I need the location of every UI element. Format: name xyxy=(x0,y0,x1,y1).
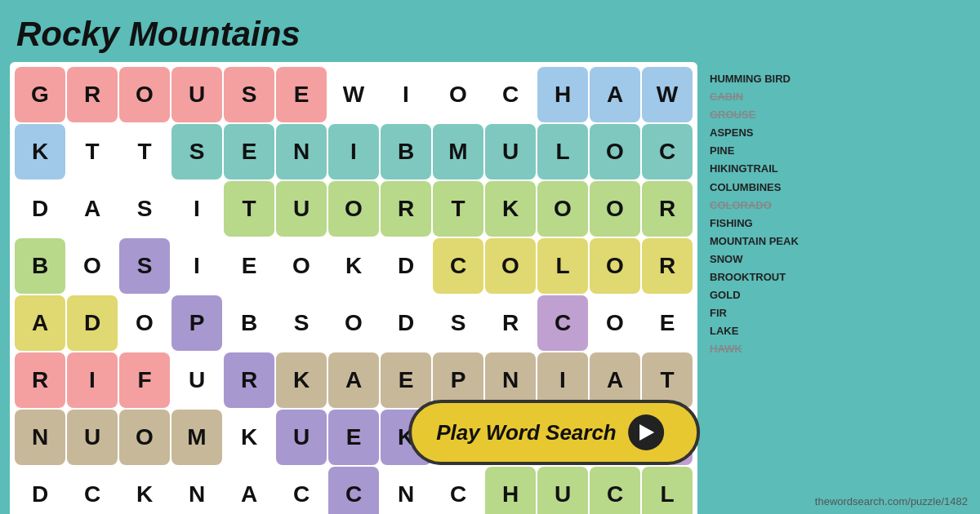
word-list-item: CABIN xyxy=(710,88,816,106)
play-word-search-button[interactable]: Play Word Search xyxy=(408,400,700,465)
word-list-item: HUMMING BIRD xyxy=(710,70,816,88)
cell-r2-c12: O xyxy=(67,238,118,294)
word-list-item: HIKINGTRAIL xyxy=(710,160,816,178)
cell-r0-c3: U xyxy=(172,67,222,122)
cell-r3-c11: D xyxy=(67,295,118,351)
cell-r3-c9: R xyxy=(642,238,693,294)
play-icon xyxy=(628,414,664,450)
play-button-container: Play Word Search xyxy=(408,400,700,465)
cell-r1-c5: I xyxy=(328,124,379,179)
word-list-item: COLUMBINES xyxy=(710,179,816,197)
cell-r0-c10: H xyxy=(537,67,588,122)
cell-r0-c5: E xyxy=(276,67,327,122)
cell-r6-c8: C xyxy=(67,467,118,514)
cell-r4-c9: R xyxy=(15,352,65,408)
cell-r0-c2: O xyxy=(119,67,170,122)
cell-r6-c10: N xyxy=(172,467,222,514)
cell-r0-c6: W xyxy=(328,67,379,122)
cell-r3-c12: O xyxy=(119,295,170,351)
cell-r4-c4: S xyxy=(433,295,483,351)
cell-r1-c3: E xyxy=(224,124,274,179)
cell-r6-c0: E xyxy=(328,410,379,465)
page-title: Rocky Mountains xyxy=(0,0,980,62)
cell-r2-c6: T xyxy=(433,181,483,237)
cell-r0-c8: O xyxy=(433,67,483,122)
cell-r1-c10: O xyxy=(590,124,640,179)
cell-r0-c4: S xyxy=(224,67,274,122)
cell-r2-c1: I xyxy=(172,181,222,237)
cell-r7-c0: N xyxy=(381,467,431,514)
cell-r4-c12: U xyxy=(172,352,222,408)
cell-r4-c2: O xyxy=(328,295,379,351)
cell-r2-c13: S xyxy=(119,238,170,294)
cell-r2-c2: T xyxy=(224,181,274,237)
cell-r6-c12: C xyxy=(276,467,327,514)
cell-r4-c13: R xyxy=(224,352,274,408)
cell-r6-c11: A xyxy=(224,467,274,514)
cell-r5-c10: O xyxy=(119,410,170,465)
cell-r5-c13: U xyxy=(276,410,327,465)
cell-r6-c7: D xyxy=(15,467,65,514)
cell-r2-c8: O xyxy=(537,181,588,237)
cell-r0-c9: C xyxy=(485,67,536,122)
word-list-item: ASPENS xyxy=(710,124,816,142)
cell-r0-c0: G xyxy=(15,67,65,122)
cell-r6-c13: C xyxy=(328,467,379,514)
cell-r1-c12: D xyxy=(15,181,65,237)
cell-r1-c0: T xyxy=(67,124,118,179)
cell-r3-c7: L xyxy=(537,238,588,294)
cell-r4-c10: I xyxy=(67,352,118,408)
cell-r7-c2: H xyxy=(485,467,536,514)
cell-r7-c3: U xyxy=(537,467,588,514)
cell-r6-c9: K xyxy=(119,467,170,514)
word-list-item: PINE xyxy=(710,142,816,160)
cell-r2-c3: U xyxy=(276,181,327,237)
word-list: HUMMING BIRDCABINGROUSEASPENSPINEHIKINGT… xyxy=(706,62,820,514)
cell-r3-c2: O xyxy=(276,238,327,294)
cell-r2-c0: S xyxy=(119,181,170,237)
cell-r1-c9: L xyxy=(537,124,588,179)
word-list-item: COLORADO xyxy=(710,197,816,215)
cell-r1-c1: T xyxy=(119,124,170,179)
cell-r1-c4: N xyxy=(276,124,327,179)
cell-r1-c6: B xyxy=(381,124,431,179)
cell-r5-c12: K xyxy=(224,410,274,465)
cell-r5-c9: U xyxy=(67,410,118,465)
cell-r7-c1: C xyxy=(433,467,483,514)
cell-r2-c10: R xyxy=(642,181,693,237)
cell-r3-c6: O xyxy=(485,238,536,294)
play-triangle-icon xyxy=(639,424,654,441)
cell-r3-c4: D xyxy=(381,238,431,294)
cell-r0-c12: W xyxy=(642,67,693,122)
cell-r1-c8: U xyxy=(485,124,536,179)
cell-r3-c1: E xyxy=(224,238,274,294)
cell-r1-c7: M xyxy=(433,124,483,179)
cell-r7-c4: C xyxy=(590,467,640,514)
cell-r3-c3: K xyxy=(328,238,379,294)
cell-r0-c11: A xyxy=(590,67,640,122)
cell-r4-c1: S xyxy=(276,295,327,351)
cell-r3-c8: O xyxy=(590,238,640,294)
cell-r3-c13: P xyxy=(172,295,222,351)
cell-r4-c3: D xyxy=(381,295,431,351)
cell-r3-c5: C xyxy=(433,238,483,294)
cell-r7-c5: L xyxy=(642,467,693,514)
word-list-item: GROUSE xyxy=(710,106,816,124)
cell-r0-c13: K xyxy=(15,124,65,179)
cell-r4-c6: C xyxy=(537,295,588,351)
play-button-label: Play Word Search xyxy=(436,420,617,445)
cell-r3-c10: A xyxy=(15,295,65,351)
word-list-item: MOUNTAIN PEAK xyxy=(710,233,816,250)
cell-r1-c13: A xyxy=(67,181,118,237)
cell-r4-c5: R xyxy=(485,295,536,351)
word-list-item: HAWK xyxy=(710,340,816,358)
word-list-item: FIR xyxy=(710,304,816,322)
cell-r5-c0: K xyxy=(276,352,327,408)
cell-r5-c1: A xyxy=(328,352,379,408)
cell-r2-c11: B xyxy=(15,238,65,294)
cell-r2-c7: K xyxy=(485,181,536,237)
cell-r2-c9: O xyxy=(590,181,640,237)
cell-r5-c11: M xyxy=(172,410,222,465)
word-list-item: BROOKTROUT xyxy=(710,268,816,286)
cell-r0-c7: I xyxy=(381,67,431,122)
